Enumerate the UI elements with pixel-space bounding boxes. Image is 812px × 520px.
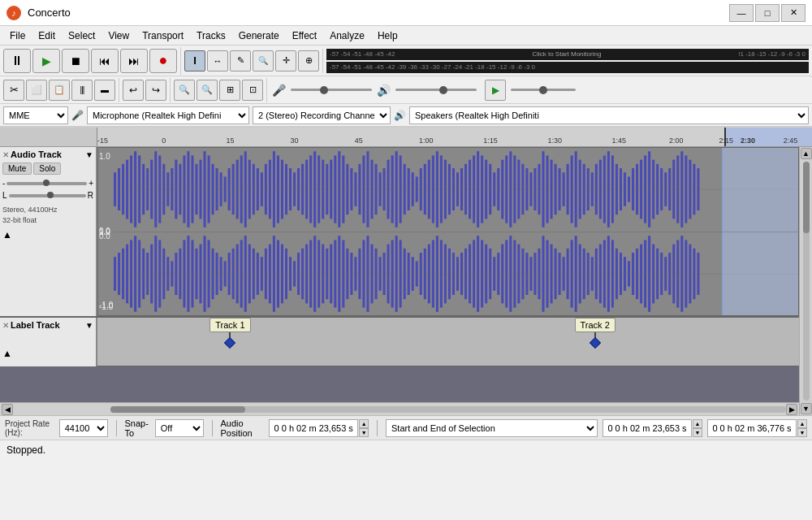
label-flag-2[interactable]: Track 2 [575, 318, 615, 332]
stop-button[interactable]: ⏹ [62, 49, 89, 73]
ruler-mark-current: 2:30 [741, 136, 755, 145]
position-up[interactable]: ▲ [359, 419, 369, 428]
sel-end-up[interactable]: ▲ [797, 419, 807, 428]
record-button[interactable]: ● [149, 49, 177, 73]
mute-button[interactable]: Mute [2, 162, 32, 175]
sel-start-up[interactable]: ▲ [693, 419, 702, 428]
label-diamond-1[interactable] [224, 337, 235, 349]
label-marker-2[interactable]: Track 2 [575, 318, 615, 347]
menu-edit[interactable]: Edit [32, 28, 62, 43]
undo-button[interactable]: ↩ [123, 80, 144, 101]
v-scroll-thumb[interactable] [803, 162, 810, 233]
separator-3 [377, 420, 378, 436]
label-diamond-2[interactable] [590, 337, 601, 349]
position-spinner: ▲ ▼ [359, 419, 369, 437]
redo-button[interactable]: ↪ [145, 80, 166, 101]
sel-end-down[interactable]: ▼ [797, 428, 807, 437]
audio-track-close[interactable]: ✕ [2, 150, 9, 159]
skip-start-button[interactable]: ⏮ [91, 49, 119, 73]
ruler-mark: 1:15 [483, 136, 498, 145]
select-tool[interactable]: I [184, 50, 205, 72]
selection-mode-select[interactable]: Start and End of Selection [386, 419, 598, 437]
mute-solo-row: Mute Solo [2, 162, 93, 175]
pan-row: L R [2, 191, 93, 200]
menu-transport[interactable]: Transport [136, 28, 190, 43]
zoom-out-button[interactable]: 🔍 [197, 80, 218, 101]
snap-select[interactable]: Off [155, 419, 204, 437]
menu-effect[interactable]: Effect [286, 28, 323, 43]
zoom-sel-button[interactable]: ⊞ [219, 80, 240, 101]
close-button[interactable]: ✕ [781, 4, 806, 22]
pause-button[interactable]: ⏸ [3, 49, 31, 73]
sel-start-input[interactable] [603, 419, 692, 437]
play-button[interactable]: ▶ [32, 49, 60, 73]
zoom-fit-button[interactable]: ⊡ [242, 80, 263, 101]
audio-track-collapse[interactable]: ▲ [2, 229, 93, 240]
audio-position-input[interactable] [269, 419, 358, 437]
label-track-content[interactable]: Track 1 Track 2 [97, 318, 799, 366]
label-track-collapse[interactable]: ▲ [2, 348, 93, 359]
menu-help[interactable]: Help [371, 28, 404, 43]
output-device-select[interactable]: Speakers (Realtek High Definiti [409, 106, 809, 124]
zoom-tool[interactable]: 🔍 [253, 50, 274, 72]
rec-meter[interactable]: -57 -54 -51 -48 -45 -42 Click to Start M… [326, 49, 809, 60]
label-track-dropdown[interactable]: ▼ [85, 321, 93, 330]
host-select[interactable]: MME [3, 106, 68, 124]
scroll-right-button[interactable]: ▶ [786, 404, 797, 415]
skip-end-button[interactable]: ⏭ [120, 49, 148, 73]
label-flag-1[interactable]: Track 1 [209, 318, 250, 332]
scroll-left-button[interactable]: ◀ [2, 404, 13, 415]
trim-button[interactable]: ||| [71, 80, 93, 101]
solo-button[interactable]: Solo [33, 162, 61, 175]
audio-track-dropdown[interactable]: ▼ [85, 150, 93, 159]
play-meter[interactable]: -57 -54 -51 -48 -45 -42 -39 -36 -33 -30 … [326, 62, 809, 73]
gain-slider[interactable] [6, 182, 87, 185]
envelope-tool[interactable]: ↔ [207, 50, 228, 72]
timeshift-tool[interactable]: ✛ [275, 50, 296, 72]
input-vol-slider[interactable] [291, 89, 372, 91]
gain-min-label: - [2, 179, 5, 188]
speed-slider[interactable] [511, 89, 576, 91]
empty-track-area [0, 366, 799, 402]
pan-l-label: L [2, 191, 7, 200]
pan-slider[interactable] [9, 194, 86, 197]
maximize-button[interactable]: □ [755, 4, 780, 22]
label-marker-1[interactable]: Track 1 [209, 318, 250, 347]
multi-tool[interactable]: ⊕ [298, 50, 319, 72]
output-vol-slider[interactable] [395, 89, 477, 91]
paste-button[interactable]: 📋 [49, 80, 70, 101]
menu-select[interactable]: Select [62, 28, 102, 43]
scroll-down-button[interactable]: ▼ [801, 403, 812, 414]
input-device-select[interactable]: Microphone (Realtek High Defini [87, 106, 249, 124]
silence-button[interactable]: ▬ [94, 80, 115, 101]
zoom-in-button[interactable]: 🔍 [174, 80, 195, 101]
scroll-up-button[interactable]: ▲ [801, 148, 812, 159]
ruler-mark: 1:45 [612, 136, 627, 145]
project-rate-select[interactable]: 44100 [59, 419, 108, 437]
ruler-marks-container: -15 0 15 30 45 1:00 1:15 1:30 1:45 2:00 … [97, 128, 812, 146]
audio-track-content[interactable]: 1.0 0.0 -1.0 [97, 147, 799, 316]
vol-section: 🎤 🔊 ▶ [267, 78, 812, 102]
sel-end-input[interactable] [707, 419, 797, 437]
rate-group: Project Rate (Hz): [5, 419, 54, 437]
window-controls: — □ ✕ [729, 4, 806, 22]
draw-tool[interactable]: ✎ [230, 50, 251, 72]
menu-analyze[interactable]: Analyze [323, 28, 371, 43]
menu-generate[interactable]: Generate [232, 28, 286, 43]
menu-file[interactable]: File [3, 28, 32, 43]
scroll-thumb[interactable] [110, 406, 245, 413]
menubar: File Edit Select View Transport Tracks G… [0, 26, 812, 46]
menu-view[interactable]: View [102, 28, 136, 43]
copy-button[interactable]: ⬜ [26, 80, 47, 101]
position-down[interactable]: ▼ [359, 428, 369, 437]
sel-start-down[interactable]: ▼ [693, 428, 702, 437]
cut-button[interactable]: ✂ [3, 80, 24, 101]
play-at-speed-button[interactable]: ▶ [485, 80, 506, 101]
timeline-ruler[interactable]: -15 0 15 30 45 1:00 1:15 1:30 1:45 2:00 … [0, 128, 812, 147]
minimize-button[interactable]: — [729, 4, 754, 22]
label-track-close[interactable]: ✕ [2, 321, 9, 330]
scroll-track [110, 406, 786, 413]
menu-tracks[interactable]: Tracks [190, 28, 232, 43]
sel-end-spinner: ▲ ▼ [797, 419, 807, 437]
channels-select[interactable]: 2 (Stereo) Recording Channels [253, 106, 391, 124]
